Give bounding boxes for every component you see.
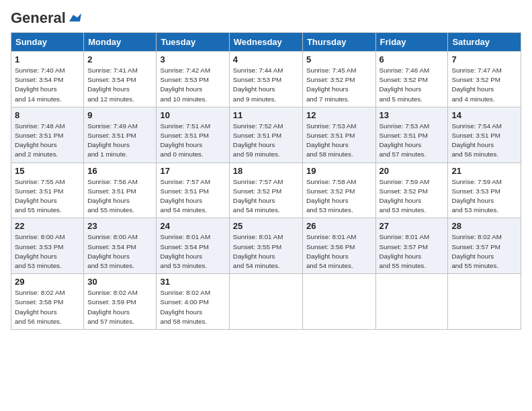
day-info: Sunrise: 8:01 AMSunset: 3:55 PMDaylight …: [233, 233, 283, 269]
day-info: Sunrise: 7:53 AMSunset: 3:51 PMDaylight …: [380, 122, 430, 158]
calendar-cell: 22Sunrise: 8:00 AMSunset: 3:53 PMDayligh…: [11, 218, 84, 274]
day-number: 1: [15, 54, 80, 64]
day-info: Sunrise: 7:56 AMSunset: 3:51 PMDaylight …: [87, 178, 138, 214]
weekday-header-monday: Monday: [84, 33, 157, 52]
day-info: Sunrise: 7:41 AMSunset: 3:54 PMDaylight …: [87, 66, 138, 103]
day-number: 12: [306, 110, 372, 120]
calendar-cell: [302, 274, 375, 330]
calendar-cell: 27Sunrise: 8:01 AMSunset: 3:57 PMDayligh…: [375, 218, 448, 274]
day-number: 7: [451, 54, 517, 64]
calendar-cell: 29Sunrise: 8:02 AMSunset: 3:58 PMDayligh…: [11, 274, 84, 330]
calendar-week-row: 8Sunrise: 7:48 AMSunset: 3:51 PMDaylight…: [11, 107, 521, 163]
day-number: 2: [87, 54, 152, 64]
page-header: General: [11, 11, 521, 27]
calendar-cell: 19Sunrise: 7:58 AMSunset: 3:52 PMDayligh…: [302, 163, 375, 218]
day-info: Sunrise: 7:44 AMSunset: 3:53 PMDaylight …: [233, 66, 283, 103]
day-info: Sunrise: 7:55 AMSunset: 3:51 PMDaylight …: [15, 178, 65, 214]
calendar-week-row: 15Sunrise: 7:55 AMSunset: 3:51 PMDayligh…: [11, 163, 521, 218]
day-info: Sunrise: 7:45 AMSunset: 3:52 PMDaylight …: [306, 66, 357, 103]
day-info: Sunrise: 8:00 AMSunset: 3:53 PMDaylight …: [15, 233, 65, 269]
calendar-cell: 1Sunrise: 7:40 AMSunset: 3:54 PMDaylight…: [11, 52, 84, 107]
svg-marker-0: [69, 13, 81, 21]
calendar-cell: 6Sunrise: 7:46 AMSunset: 3:52 PMDaylight…: [375, 52, 448, 107]
day-info: Sunrise: 8:02 AMSunset: 4:00 PMDaylight …: [160, 289, 210, 325]
day-number: 24: [160, 221, 225, 231]
day-info: Sunrise: 7:57 AMSunset: 3:52 PMDaylight …: [233, 178, 283, 214]
calendar-week-row: 29Sunrise: 8:02 AMSunset: 3:58 PMDayligh…: [11, 274, 521, 330]
day-info: Sunrise: 8:02 AMSunset: 3:58 PMDaylight …: [15, 289, 65, 325]
day-number: 25: [233, 221, 299, 231]
calendar-cell: [448, 274, 521, 330]
calendar-cell: 17Sunrise: 7:57 AMSunset: 3:51 PMDayligh…: [157, 163, 229, 218]
calendar-header-row: SundayMondayTuesdayWednesdayThursdayFrid…: [11, 33, 521, 52]
day-number: 9: [87, 110, 152, 120]
calendar-cell: 20Sunrise: 7:59 AMSunset: 3:52 PMDayligh…: [375, 163, 448, 218]
day-number: 19: [306, 166, 372, 176]
calendar-week-row: 22Sunrise: 8:00 AMSunset: 3:53 PMDayligh…: [11, 218, 521, 274]
day-number: 14: [451, 110, 517, 120]
calendar-cell: 21Sunrise: 7:59 AMSunset: 3:53 PMDayligh…: [448, 163, 521, 218]
calendar-cell: 11Sunrise: 7:52 AMSunset: 3:51 PMDayligh…: [229, 107, 302, 163]
day-info: Sunrise: 7:59 AMSunset: 3:52 PMDaylight …: [380, 178, 430, 214]
calendar-cell: 12Sunrise: 7:53 AMSunset: 3:51 PMDayligh…: [302, 107, 375, 163]
day-info: Sunrise: 7:54 AMSunset: 3:51 PMDaylight …: [451, 122, 502, 158]
calendar-cell: 7Sunrise: 7:47 AMSunset: 3:52 PMDaylight…: [448, 52, 521, 107]
calendar-cell: 18Sunrise: 7:57 AMSunset: 3:52 PMDayligh…: [229, 163, 302, 218]
day-info: Sunrise: 7:59 AMSunset: 3:53 PMDaylight …: [451, 178, 502, 214]
day-info: Sunrise: 7:52 AMSunset: 3:51 PMDaylight …: [233, 122, 283, 158]
weekday-header-saturday: Saturday: [448, 33, 521, 52]
calendar-cell: 10Sunrise: 7:51 AMSunset: 3:51 PMDayligh…: [157, 107, 229, 163]
calendar-cell: [375, 274, 448, 330]
day-info: Sunrise: 7:47 AMSunset: 3:52 PMDaylight …: [451, 66, 502, 103]
day-number: 13: [380, 110, 445, 120]
weekday-header-thursday: Thursday: [302, 33, 375, 52]
calendar-cell: 3Sunrise: 7:42 AMSunset: 3:53 PMDaylight…: [157, 52, 229, 107]
day-number: 30: [87, 277, 152, 287]
day-info: Sunrise: 8:02 AMSunset: 3:59 PMDaylight …: [87, 289, 138, 325]
calendar-cell: 8Sunrise: 7:48 AMSunset: 3:51 PMDaylight…: [11, 107, 84, 163]
calendar-cell: 9Sunrise: 7:49 AMSunset: 3:51 PMDaylight…: [84, 107, 157, 163]
day-number: 27: [380, 221, 445, 231]
day-info: Sunrise: 7:51 AMSunset: 3:51 PMDaylight …: [160, 122, 210, 158]
day-info: Sunrise: 7:58 AMSunset: 3:52 PMDaylight …: [306, 178, 357, 214]
day-number: 29: [15, 277, 80, 287]
day-number: 26: [306, 221, 372, 231]
day-number: 28: [451, 221, 517, 231]
calendar-cell: 23Sunrise: 8:00 AMSunset: 3:54 PMDayligh…: [84, 218, 157, 274]
day-number: 23: [87, 221, 152, 231]
calendar-cell: 31Sunrise: 8:02 AMSunset: 4:00 PMDayligh…: [157, 274, 229, 330]
logo: General: [11, 11, 81, 27]
day-number: 3: [160, 54, 225, 64]
day-number: 10: [160, 110, 225, 120]
day-number: 20: [380, 166, 445, 176]
day-info: Sunrise: 8:01 AMSunset: 3:57 PMDaylight …: [380, 233, 430, 269]
day-info: Sunrise: 7:40 AMSunset: 3:54 PMDaylight …: [15, 66, 65, 103]
day-number: 21: [451, 166, 517, 176]
weekday-header-wednesday: Wednesday: [229, 33, 302, 52]
day-number: 16: [87, 166, 152, 176]
day-number: 31: [160, 277, 225, 287]
day-number: 17: [160, 166, 225, 176]
calendar-week-row: 1Sunrise: 7:40 AMSunset: 3:54 PMDaylight…: [11, 52, 521, 107]
day-info: Sunrise: 7:49 AMSunset: 3:51 PMDaylight …: [87, 122, 138, 158]
logo-bird-icon: [66, 12, 81, 24]
day-number: 4: [233, 54, 299, 64]
weekday-header-sunday: Sunday: [11, 33, 84, 52]
day-info: Sunrise: 8:02 AMSunset: 3:57 PMDaylight …: [451, 233, 502, 269]
calendar-cell: 14Sunrise: 7:54 AMSunset: 3:51 PMDayligh…: [448, 107, 521, 163]
day-number: 11: [233, 110, 299, 120]
day-number: 15: [15, 166, 80, 176]
calendar-cell: 24Sunrise: 8:01 AMSunset: 3:54 PMDayligh…: [157, 218, 229, 274]
day-number: 6: [380, 54, 445, 64]
day-info: Sunrise: 7:53 AMSunset: 3:51 PMDaylight …: [306, 122, 357, 158]
calendar-cell: 15Sunrise: 7:55 AMSunset: 3:51 PMDayligh…: [11, 163, 84, 218]
calendar-cell: 13Sunrise: 7:53 AMSunset: 3:51 PMDayligh…: [375, 107, 448, 163]
calendar-cell: 16Sunrise: 7:56 AMSunset: 3:51 PMDayligh…: [84, 163, 157, 218]
calendar-cell: 26Sunrise: 8:01 AMSunset: 3:56 PMDayligh…: [302, 218, 375, 274]
calendar-cell: 2Sunrise: 7:41 AMSunset: 3:54 PMDaylight…: [84, 52, 157, 107]
day-number: 22: [15, 221, 80, 231]
day-info: Sunrise: 8:01 AMSunset: 3:54 PMDaylight …: [160, 233, 210, 269]
calendar-table: SundayMondayTuesdayWednesdayThursdayFrid…: [11, 32, 521, 330]
day-info: Sunrise: 7:57 AMSunset: 3:51 PMDaylight …: [160, 178, 210, 214]
calendar-cell: [229, 274, 302, 330]
